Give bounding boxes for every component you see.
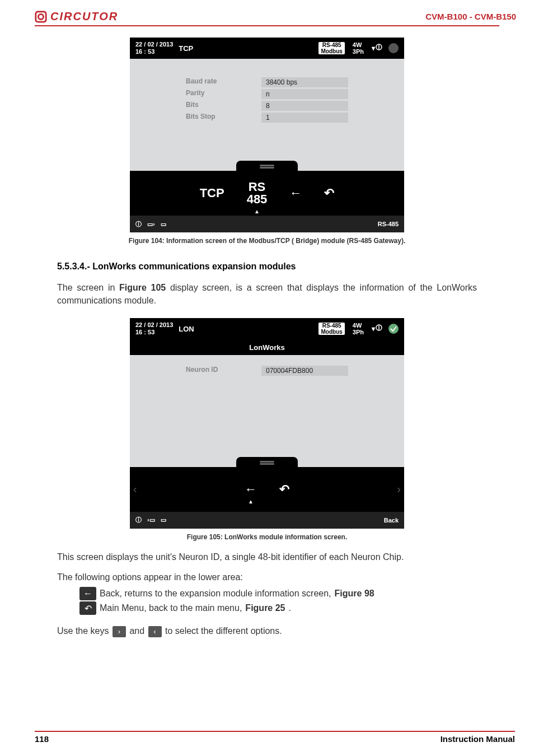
text-span: Back, returns to the expansion module in… <box>100 589 331 599</box>
tab-rs485[interactable]: RS485 <box>247 181 268 206</box>
text-span: Main Menu, back to the main menu, <box>100 603 242 613</box>
slot-icon: ›▭ <box>147 516 155 524</box>
svg-text:▾: ▾ <box>372 325 376 333</box>
text-span: . <box>289 603 291 613</box>
return-icon[interactable]: ↶ <box>279 483 289 496</box>
wiring-top: 4W <box>353 322 364 329</box>
figure-ref: Figure 25 <box>245 603 285 613</box>
page-footer: 118 Instruction Manual <box>35 731 515 744</box>
badge-bottom: Modbus <box>321 48 342 54</box>
row-label: Baud rate <box>186 77 261 87</box>
status-date: 22 / 02 / 2013 <box>135 41 173 48</box>
status-dot-icon <box>388 43 399 53</box>
tab-tcp[interactable]: TCP <box>200 187 224 199</box>
section-heading: 5.5.3.4.- LonWorks communications expans… <box>57 262 499 272</box>
screen-footer: ⓘ ›▭ ▭ Back <box>130 512 404 529</box>
ratio-icon: ▾ <box>372 323 383 334</box>
figure-ref: Figure 98 <box>335 589 374 599</box>
wiring-label: 4W 3Ph <box>353 322 364 335</box>
paragraph-3: The following options appear in the lowe… <box>57 571 477 584</box>
tab-notch <box>236 161 298 171</box>
chevron-right-icon[interactable]: › <box>397 483 401 496</box>
check-icon <box>388 324 399 334</box>
figure-105-screenshot: 22 / 02 / 2013 16 : 53 LON RS-485 Modbus… <box>130 318 404 528</box>
options-list: ← Back, returns to the expansion module … <box>79 587 477 615</box>
ratio-icon: ▾ <box>372 43 383 54</box>
text-span: and <box>127 626 147 636</box>
protocol-badge: RS-485 Modbus <box>318 323 344 335</box>
slot2-icon: ▭ <box>161 516 166 524</box>
table-row: Baud rate38400 bps <box>130 77 404 87</box>
badge-bottom: Modbus <box>321 329 342 335</box>
paragraph-1: The screen in Figure 105 display screen,… <box>57 282 477 307</box>
row-label: Bits Stop <box>186 113 261 123</box>
page-header: CIRCUTOR CVM-B100 - CVM-B150 <box>35 10 499 26</box>
back-arrow-icon: ← <box>79 587 96 600</box>
wiring-label: 4W 3Ph <box>353 41 364 55</box>
screen-footer: ⓘ ▭› ▭ RS-485 <box>130 216 404 232</box>
figure-104-screenshot: 22 / 02 / 2013 16 : 53 TCP RS-485 Modbus… <box>130 38 404 232</box>
svg-point-1 <box>38 14 43 19</box>
chevron-left-icon[interactable]: ‹ <box>133 483 137 496</box>
option-main-menu: ↶ Main Menu, back to the main menu, Figu… <box>79 601 477 615</box>
badge-top: RS-485 <box>321 42 342 48</box>
paragraph-2: This screen displays the unit's Neuron I… <box>57 551 477 563</box>
mode-label: TCP <box>179 44 193 53</box>
row-value: 38400 bps <box>261 77 348 87</box>
return-icon: ↶ <box>79 601 96 615</box>
wiring-top: 4W <box>353 41 364 48</box>
footer-right-label: RS-485 <box>378 221 399 227</box>
svg-text:▾: ▾ <box>372 44 376 52</box>
table-row: Bits8 <box>130 101 404 111</box>
return-icon[interactable]: ↶ <box>324 187 334 199</box>
tab-notch <box>236 457 298 467</box>
status-time: 16 : 53 <box>135 329 173 336</box>
text-span: The screen in <box>57 283 119 292</box>
row-value: 1 <box>261 113 348 123</box>
chevron-right-icon: › <box>113 626 126 637</box>
figure-104-caption: Figure 104: Information screen of the Mo… <box>35 237 499 245</box>
manual-label: Instruction Manual <box>441 734 515 744</box>
back-arrow-icon[interactable]: ← <box>289 187 302 199</box>
row-value: 070004FDB800 <box>261 366 348 376</box>
chevron-left-icon: ‹ <box>148 626 162 637</box>
status-time: 16 : 53 <box>135 48 173 55</box>
table-row: Neuron ID070004FDB800 <box>130 366 404 376</box>
row-value: n <box>261 89 348 99</box>
figure-ref: Figure 105 <box>119 283 166 292</box>
info-icon: ⓘ <box>135 220 142 228</box>
circutor-icon <box>35 11 47 23</box>
figure-105-caption: Figure 105: LonWorks module information … <box>35 533 499 541</box>
slot2-icon: ▭ <box>161 221 166 228</box>
row-label: Parity <box>186 89 261 99</box>
option-back: ← Back, returns to the expansion module … <box>79 587 477 600</box>
status-datetime: 22 / 02 / 2013 16 : 53 <box>135 321 173 336</box>
document-code: CVM-B100 - CVM-B150 <box>425 12 516 21</box>
table-row: Parityn <box>130 89 404 99</box>
back-arrow-icon[interactable]: ← <box>245 483 257 496</box>
info-icon: ⓘ <box>135 516 142 524</box>
slot-icon: ▭› <box>147 221 155 228</box>
row-label: Neuron ID <box>186 366 261 376</box>
text-span: to select the different options. <box>163 626 282 636</box>
tab-bar: TCP RS485 ← ↶ <box>130 171 404 216</box>
row-value: 8 <box>261 101 348 111</box>
wiring-bottom: 3Ph <box>353 48 364 55</box>
status-dot-icon <box>388 324 399 334</box>
svg-rect-0 <box>36 11 46 21</box>
badge-top: RS-485 <box>321 323 342 329</box>
status-datetime: 22 / 02 / 2013 16 : 53 <box>135 41 173 55</box>
tab-485: 485 <box>247 192 268 206</box>
protocol-badge: RS-485 Modbus <box>318 42 344 54</box>
brand-logo: CIRCUTOR <box>35 10 118 23</box>
tab-bar: ‹ ← ↶ › <box>130 467 404 512</box>
wiring-bottom: 3Ph <box>353 329 364 335</box>
text-span: Use the keys <box>57 626 111 636</box>
screen-subtitle: LonWorks <box>130 340 404 355</box>
row-label: Bits <box>186 101 261 111</box>
brand-name: CIRCUTOR <box>50 10 118 23</box>
footer-right-label: Back <box>384 517 399 524</box>
paragraph-4: Use the keys › and ‹ to select the diffe… <box>57 625 477 637</box>
table-row: Bits Stop1 <box>130 113 404 123</box>
mode-label: LON <box>179 325 194 333</box>
